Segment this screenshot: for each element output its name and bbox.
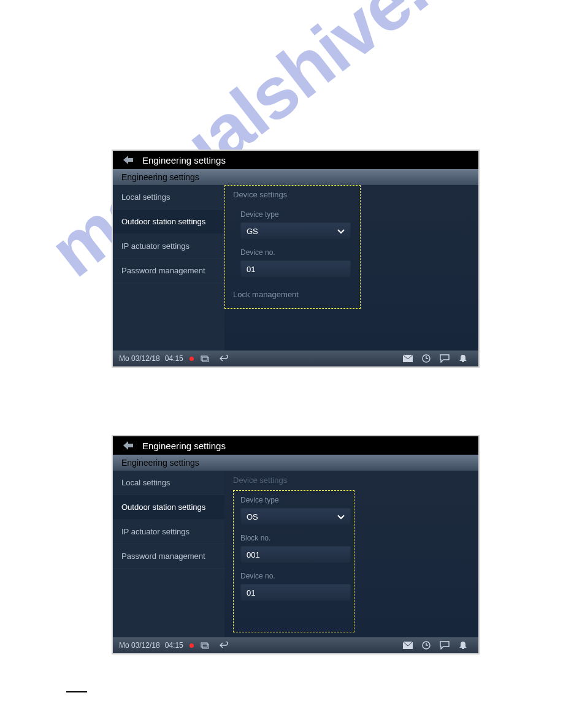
footer-date: Mo 03/12/18 xyxy=(119,641,160,650)
sidebar-item-outdoor-station-settings[interactable]: Outdoor station settings xyxy=(113,210,224,234)
history-icon[interactable] xyxy=(421,354,432,363)
mail-icon[interactable] xyxy=(402,641,413,650)
return-icon xyxy=(218,354,229,363)
chevron-down-icon xyxy=(337,512,345,521)
bell-icon[interactable] xyxy=(458,641,469,650)
device-type-value: OS xyxy=(247,512,258,521)
device-no-input[interactable]: 01 xyxy=(240,260,351,278)
footer-time: 04:15 xyxy=(165,641,183,650)
breadcrumb-bar: Engineering settings xyxy=(113,169,478,185)
back-icon[interactable] xyxy=(123,154,134,165)
block-no-value: 001 xyxy=(247,550,260,559)
record-indicator-icon xyxy=(190,357,194,361)
device-no-value: 01 xyxy=(247,265,255,274)
screenshot-frame-1: Engineering settings Engineering setting… xyxy=(112,150,480,368)
network-icon xyxy=(200,641,211,650)
device-no-input[interactable]: 01 xyxy=(240,584,351,601)
title-bar: Engineering settings xyxy=(113,436,478,455)
sidebar-item-password-management[interactable]: Password management xyxy=(113,544,224,569)
chat-icon[interactable] xyxy=(439,641,450,650)
settings-sidebar: Local settings Outdoor station settings … xyxy=(113,471,224,637)
history-icon[interactable] xyxy=(421,641,432,650)
page-footer-rule xyxy=(66,691,87,692)
network-icon xyxy=(200,354,211,363)
screenshot-frame-2: Engineering settings Engineering setting… xyxy=(112,435,480,654)
svg-rect-9 xyxy=(462,648,464,649)
breadcrumb-label: Engineering settings xyxy=(121,458,199,468)
sidebar-item-local-settings[interactable]: Local settings xyxy=(113,185,224,210)
sidebar-item-ip-actuator-settings[interactable]: IP actuator settings xyxy=(113,520,224,544)
mail-icon[interactable] xyxy=(402,354,413,363)
footer-date: Mo 03/12/18 xyxy=(119,354,160,363)
device-type-label: Device type xyxy=(224,487,478,508)
sidebar-item-password-management[interactable]: Password management xyxy=(113,259,224,283)
breadcrumb-bar: Engineering settings xyxy=(113,455,478,471)
device-type-select[interactable]: OS xyxy=(240,508,351,525)
chat-icon[interactable] xyxy=(439,354,450,363)
title-bar: Engineering settings xyxy=(113,151,478,169)
record-indicator-icon xyxy=(190,643,194,648)
device-no-label: Device no. xyxy=(224,240,478,260)
section-lock-management-label: Lock management xyxy=(224,278,478,301)
device-type-label: Device type xyxy=(224,202,478,222)
sidebar-item-ip-actuator-settings[interactable]: IP actuator settings xyxy=(113,234,224,259)
bell-icon[interactable] xyxy=(458,354,469,363)
section-device-settings-label: Device settings xyxy=(224,471,478,487)
page-title: Engineering settings xyxy=(142,441,226,451)
content-pane: Device settings Device type GS Device no… xyxy=(224,185,478,351)
status-bar: Mo 03/12/18 04:15 xyxy=(113,351,478,366)
block-no-input[interactable]: 001 xyxy=(240,546,351,563)
device-type-select[interactable]: GS xyxy=(240,222,351,240)
breadcrumb-label: Engineering settings xyxy=(121,172,199,182)
device-no-label: Device no. xyxy=(224,563,478,584)
section-device-settings-label: Device settings xyxy=(224,185,478,202)
svg-rect-4 xyxy=(462,361,464,362)
footer-time: 04:15 xyxy=(165,354,183,363)
status-bar: Mo 03/12/18 04:15 xyxy=(113,637,478,653)
chevron-down-icon xyxy=(337,227,345,236)
block-no-label: Block no. xyxy=(224,525,478,546)
page-title: Engineering settings xyxy=(142,155,226,165)
content-pane: Device settings Device type OS Block no.… xyxy=(224,471,478,637)
device-type-value: GS xyxy=(247,227,258,236)
return-icon xyxy=(218,641,229,650)
sidebar-item-local-settings[interactable]: Local settings xyxy=(113,471,224,495)
device-no-value: 01 xyxy=(247,588,255,597)
settings-sidebar: Local settings Outdoor station settings … xyxy=(113,185,224,351)
sidebar-item-outdoor-station-settings[interactable]: Outdoor station settings xyxy=(113,495,224,520)
back-icon[interactable] xyxy=(123,440,134,451)
